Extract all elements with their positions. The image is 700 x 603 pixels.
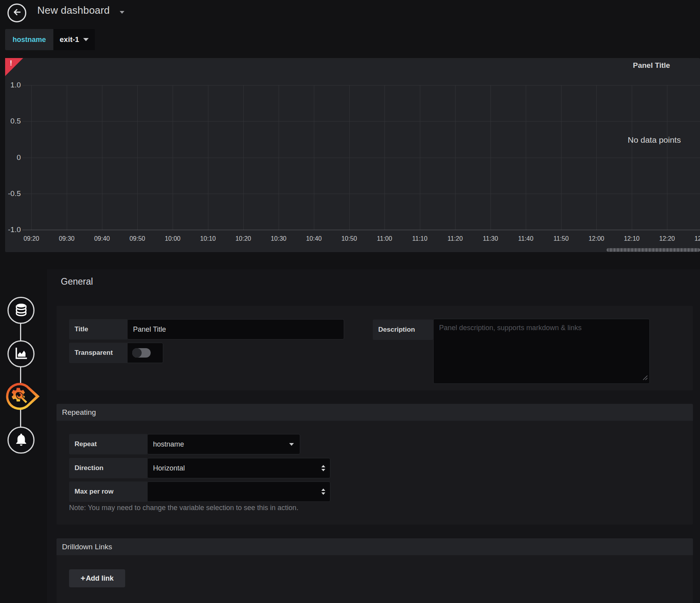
- gridline-vertical: [67, 85, 67, 230]
- x-axis-tick-label: 12:00: [583, 235, 610, 242]
- gear-wrench-icon: [4, 406, 41, 413]
- gridline-vertical: [420, 85, 420, 230]
- dashboard-title-caret-icon[interactable]: [120, 11, 124, 14]
- x-axis-tick-label: 10:30: [265, 235, 292, 242]
- gridline-horizontal: [22, 194, 700, 194]
- add-link-button[interactable]: + Add link: [69, 569, 125, 587]
- x-axis-tick-label: 09:20: [18, 235, 45, 242]
- y-axis-tick-label: 0.5: [1, 117, 21, 125]
- x-axis-tick-label: 12:20: [653, 235, 681, 242]
- transparent-label: Transparent: [69, 343, 127, 363]
- no-data-message: No data points: [622, 135, 687, 145]
- drilldown-heading: Drilldown Links: [62, 543, 112, 551]
- tab-heading: General: [61, 276, 93, 287]
- tab-connector-line: [20, 310, 21, 440]
- tab-metrics[interactable]: [7, 297, 35, 324]
- plus-icon: +: [80, 574, 85, 583]
- direction-label: Direction: [69, 458, 147, 478]
- description-textarea[interactable]: [433, 319, 650, 384]
- gridline-vertical: [526, 85, 526, 230]
- gridline-vertical: [208, 85, 208, 230]
- gridline-vertical: [314, 85, 314, 230]
- gridline-horizontal: [22, 121, 700, 122]
- variable-name-label: hostname: [5, 29, 53, 50]
- x-axis-tick-label: 09:40: [88, 235, 116, 242]
- x-axis-tick-label: 10:40: [300, 235, 328, 242]
- chevron-down-icon: [83, 38, 89, 41]
- x-axis-tick-label: 10:50: [335, 235, 363, 242]
- toggle-track: [132, 348, 151, 358]
- gridline-horizontal: [22, 158, 700, 158]
- repeating-section-header: Repeating: [57, 404, 693, 421]
- variable-value: exit-1: [60, 35, 79, 44]
- x-axis-tick-label: 09:50: [124, 235, 151, 242]
- description-label: Description: [373, 320, 433, 340]
- back-button[interactable]: [7, 4, 26, 22]
- tab-visualization[interactable]: [7, 340, 35, 367]
- x-axis-tick-label: 12:30: [689, 235, 700, 242]
- error-exclamation-icon: !: [10, 59, 12, 67]
- panel-title[interactable]: Panel Title: [633, 61, 670, 70]
- repeat-label: Repeat: [69, 434, 147, 454]
- x-axis-tick-label: 11:30: [477, 235, 504, 242]
- dashboard-panel: ! Panel Title 1.00.50-0.5-1.009:2009:300…: [5, 58, 700, 252]
- max-per-row-select[interactable]: [147, 481, 330, 502]
- gridline-vertical: [243, 85, 244, 230]
- gridline-vertical: [596, 85, 597, 230]
- y-axis-tick-label: -1.0: [1, 225, 21, 234]
- x-axis-tick-label: 12:10: [618, 235, 645, 242]
- variable-value-dropdown[interactable]: exit-1: [53, 29, 95, 50]
- gridline-horizontal: [22, 85, 700, 85]
- repeating-heading: Repeating: [62, 408, 96, 417]
- repeat-value: hostname: [153, 440, 184, 449]
- y-axis-tick-label: 0: [1, 153, 21, 162]
- direction-value: Horizontal: [153, 464, 185, 472]
- gridline-vertical: [349, 85, 350, 230]
- x-axis-tick-label: 11:10: [406, 235, 434, 242]
- drilldown-block: + Add link: [57, 555, 693, 603]
- general-options-block: Title Transparent Description: [57, 306, 693, 390]
- panel-error-corner[interactable]: [5, 58, 23, 76]
- gridline-vertical: [173, 85, 173, 230]
- gridline-vertical: [31, 85, 32, 230]
- gridline-vertical: [632, 85, 632, 230]
- arrow-left-icon: [12, 7, 22, 19]
- gridline-vertical: [102, 85, 102, 230]
- panel-editor: General Title Transparent Description: [47, 269, 700, 603]
- horizontal-scrollbar[interactable]: [607, 248, 700, 252]
- gridline-vertical: [667, 85, 667, 230]
- max-per-row-label: Max per row: [69, 481, 147, 502]
- spinner-arrows-icon: [321, 489, 325, 495]
- gridline-vertical: [137, 85, 138, 230]
- add-link-label: Add link: [86, 574, 114, 583]
- chart-plot: 1.00.50-0.5-1.009:2009:3009:4009:5010:00…: [26, 85, 700, 230]
- graph-icon: [13, 345, 29, 363]
- transparent-toggle[interactable]: [127, 343, 163, 363]
- x-axis-tick-label: 11:00: [371, 235, 398, 242]
- toggle-knob: [132, 348, 142, 358]
- x-axis-tick-label: 11:50: [547, 235, 575, 242]
- x-axis-tick-label: 11:40: [512, 235, 540, 242]
- gridline-vertical: [385, 85, 385, 230]
- x-axis-tick-label: 10:20: [230, 235, 257, 242]
- spinner-arrows-icon: [321, 465, 325, 471]
- x-axis-tick-label: 10:10: [194, 235, 222, 242]
- gridline-horizontal: [22, 230, 700, 230]
- x-axis-tick-label: 09:30: [53, 235, 80, 242]
- y-axis-tick-label: 1.0: [1, 81, 21, 89]
- drilldown-section-header: Drilldown Links: [57, 538, 693, 555]
- gridline-vertical: [490, 85, 491, 230]
- tab-general[interactable]: [4, 381, 41, 412]
- dashboard-title[interactable]: New dashboard: [37, 4, 110, 16]
- gridline-vertical: [279, 85, 279, 230]
- repeating-block: Repeat hostname Direction Horizontal Max…: [57, 421, 693, 525]
- bell-icon: [14, 432, 29, 449]
- gridline-vertical: [561, 85, 561, 230]
- direction-select[interactable]: Horizontal: [147, 458, 330, 478]
- title-input[interactable]: [127, 319, 344, 340]
- x-axis-tick-label: 11:20: [441, 235, 469, 242]
- repeat-dropdown[interactable]: hostname: [147, 434, 300, 454]
- x-axis-tick-label: 10:00: [159, 235, 186, 242]
- tab-alert[interactable]: [7, 427, 35, 454]
- gridline-vertical: [455, 85, 456, 230]
